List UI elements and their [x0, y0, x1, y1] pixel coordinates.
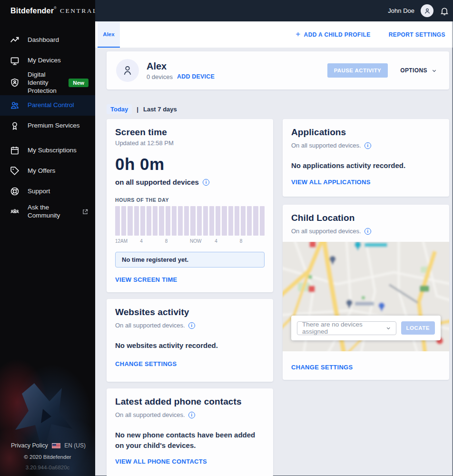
sidebar-item-label: My Offers	[28, 167, 55, 175]
sidebar-item-label: Dashboard	[28, 36, 59, 44]
hour-bar	[184, 206, 189, 236]
hour-bar	[235, 206, 239, 236]
websites-title: Websites activity	[115, 307, 265, 317]
main-area: Alex + ADD A CHILD PROFILE REPORT SETTIN…	[95, 21, 453, 476]
hour-bar	[147, 206, 151, 236]
tag-icon	[10, 166, 20, 176]
hour-bar	[190, 206, 195, 236]
sidebar-item-dashboard[interactable]: Dashboard	[0, 30, 95, 50]
hour-bar	[178, 206, 183, 236]
period-toggle: Today | Last 7 days	[107, 104, 449, 114]
sidebar-item-my-devices[interactable]: My Devices	[0, 50, 95, 71]
sidebar-item-parental-control[interactable]: Parental Control	[0, 95, 95, 116]
applications-empty-text: No applications activity recorded.	[291, 160, 441, 171]
options-dropdown[interactable]: OPTIONS	[400, 67, 437, 74]
hours-axis: 12AM48NOW48	[115, 238, 265, 245]
hour-bar	[140, 206, 145, 236]
sidebar: DashboardMy DevicesDigital Identity Prot…	[0, 21, 95, 476]
applications-title: Applications	[291, 127, 441, 138]
locate-panel: There are no devices assigned LOCATE	[291, 316, 441, 340]
view-all-phone-contacts-link[interactable]: VIEW ALL PHONE CONTACTS	[115, 458, 207, 465]
info-icon[interactable]: i	[364, 142, 371, 149]
sidebar-item-my-offers[interactable]: My Offers	[0, 161, 95, 181]
child-avatar-icon	[121, 64, 134, 77]
shield-person-icon	[10, 78, 20, 88]
lifebuoy-icon	[10, 187, 20, 196]
hour-bar	[260, 206, 265, 236]
device-select[interactable]: There are no devices assigned	[297, 321, 396, 335]
topbar: Bitdefender® CENTRAL John Doe	[0, 0, 453, 21]
plus-icon: +	[295, 30, 300, 38]
sidebar-item-support[interactable]: Support	[0, 181, 95, 202]
no-time-notice: No time registered yet.	[115, 252, 265, 268]
child-name: Alex	[147, 61, 215, 72]
hour-bar	[241, 206, 246, 236]
hour-bar	[209, 206, 214, 236]
hour-bar	[253, 206, 258, 236]
us-flag-icon[interactable]	[52, 443, 60, 448]
info-icon[interactable]: i	[188, 322, 195, 329]
hour-bar	[197, 206, 202, 236]
device-count: 0 devices	[147, 73, 173, 80]
sidebar-item-ask-the-community[interactable]: Ask the Community	[0, 202, 95, 222]
websites-change-settings-link[interactable]: CHANGE SETTINGS	[115, 360, 177, 367]
hour-bar	[159, 206, 164, 236]
sidebar-item-digital-identity-protection[interactable]: Digital Identity ProtectionNew	[0, 71, 95, 95]
sidebar-item-label: Parental Control	[28, 101, 74, 109]
logo-brand: Bitdefender®	[10, 7, 57, 15]
hour-bar	[115, 206, 120, 236]
phone-contacts-card: Latest added phone contacts On all suppo…	[107, 388, 273, 476]
hour-bar	[172, 206, 177, 236]
screen-time-card: Screen time Updated at 12:58 PM 0h 0m on…	[107, 119, 273, 292]
period-last7days[interactable]: Last 7 days	[143, 106, 177, 113]
location-map[interactable]: There are no devices assigned LOCATE	[283, 242, 449, 351]
chevron-down-icon	[432, 68, 437, 73]
hour-bar	[121, 206, 126, 236]
period-divider: |	[137, 106, 138, 113]
child-profile-header: Alex 0 devices ADD DEVICE PAUSE ACTIVITY…	[107, 51, 449, 89]
account-menu[interactable]	[421, 4, 433, 17]
sidebar-item-label: My Subscriptions	[28, 147, 77, 155]
notifications-bell-icon[interactable]	[440, 6, 449, 16]
user-avatar-icon	[423, 7, 431, 15]
sidebar-item-label: Digital Identity Protection	[28, 71, 60, 95]
info-icon[interactable]: i	[364, 228, 371, 235]
websites-activity-card: Websites activity On all supported devic…	[107, 299, 273, 382]
info-icon[interactable]: i	[188, 412, 195, 418]
hour-bar	[166, 206, 170, 236]
language-selector[interactable]: EN (US)	[64, 442, 86, 449]
axis-tick: 4	[140, 238, 143, 244]
sidebar-footer: Privacy Policy EN (US) © 2020 Bitdefende…	[0, 442, 95, 476]
sidebar-item-premium-services[interactable]: Premium Services	[0, 116, 95, 136]
chevron-down-icon	[386, 326, 391, 331]
info-icon[interactable]: i	[203, 179, 209, 186]
locate-button[interactable]: LOCATE	[401, 321, 435, 335]
monitor-icon	[10, 56, 20, 66]
sidebar-item-label: Ask the Community	[28, 204, 74, 220]
view-all-applications-link[interactable]: VIEW ALL APPLICATIONS	[291, 178, 371, 186]
privacy-policy-link[interactable]: Privacy Policy	[11, 442, 48, 449]
axis-tick: 8	[165, 238, 168, 244]
tab-child-alex[interactable]: Alex	[98, 21, 120, 48]
view-screen-time-link[interactable]: VIEW SCREEN TIME	[115, 276, 177, 283]
content: Alex 0 devices ADD DEVICE PAUSE ACTIVITY…	[95, 51, 453, 476]
user-name: John Doe	[388, 7, 414, 14]
location-change-settings-link[interactable]: CHANGE SETTINGS	[291, 364, 353, 371]
screen-time-title: Screen time	[115, 127, 265, 138]
sidebar-item-my-subscriptions[interactable]: My Subscriptions	[0, 140, 95, 161]
axis-tick: 8	[240, 238, 243, 244]
bitdefender-central-window: Bitdefender® CENTRAL John Doe DashboardM…	[0, 0, 453, 476]
report-settings-button[interactable]: REPORT SETTINGS	[389, 31, 445, 38]
add-child-profile-button[interactable]: + ADD A CHILD PROFILE	[295, 30, 370, 39]
contacts-scope: On all supported devices.	[115, 411, 185, 418]
period-today[interactable]: Today	[107, 104, 132, 114]
hour-bar	[153, 206, 158, 236]
axis-tick: NOW	[190, 238, 201, 244]
pause-activity-button[interactable]: PAUSE ACTIVITY	[327, 63, 388, 78]
add-device-link[interactable]: ADD DEVICE	[177, 73, 215, 80]
sidebar-item-label: Support	[28, 188, 50, 196]
bitdefender-logo[interactable]: Bitdefender® CENTRAL	[0, 0, 95, 21]
hours-chart-heading: HOURS OF THE DAY	[115, 197, 265, 203]
sidebar-nav: DashboardMy DevicesDigital Identity Prot…	[0, 21, 95, 222]
screen-time-total: 0h 0m	[115, 155, 265, 174]
